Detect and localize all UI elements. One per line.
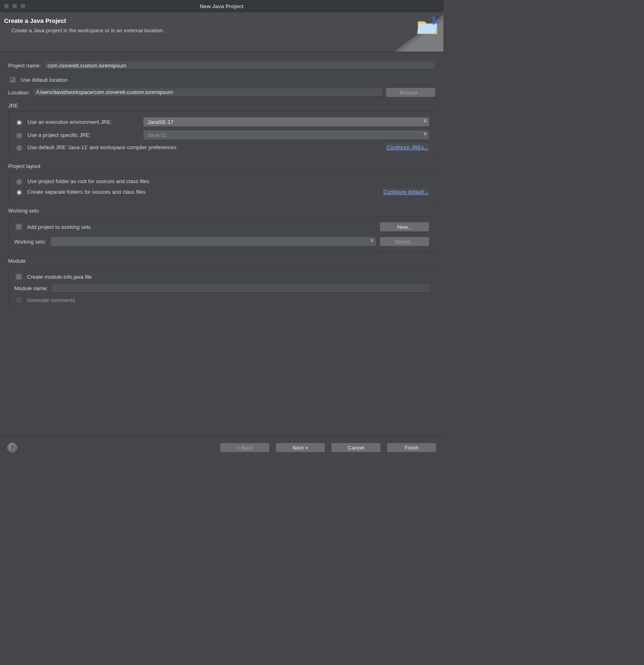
minimize-icon[interactable] — [12, 4, 17, 9]
location-label: Location: — [8, 90, 30, 96]
location-block: Use default location Location: Browse... — [8, 76, 435, 97]
jre-project-specific-row: Use a project specific JRE: Java-11 ⇅ — [14, 130, 429, 139]
module-group: Module Create module-info.java file Modu… — [8, 258, 435, 310]
next-button[interactable]: Next > — [276, 443, 325, 452]
jre-exec-env-radio[interactable] — [16, 120, 22, 125]
jre-exec-env-row: Use an execution environment JRE: JavaSE… — [14, 117, 429, 126]
titlebar: New Java Project — [0, 0, 443, 12]
jre-project-specific-select: Java-11 ⇅ — [143, 130, 429, 139]
wizard-window: New Java Project Create a Java Project C… — [0, 0, 443, 459]
jre-exec-env-label: Use an execution environment JRE: — [27, 119, 112, 125]
layout-title: Project layout — [8, 163, 435, 169]
jre-exec-env-select[interactable]: JavaSE-17 ⇅ — [143, 117, 429, 126]
module-title: Module — [8, 258, 435, 264]
help-icon[interactable]: ? — [7, 443, 17, 452]
layout-group: Project layout Use project folder as roo… — [8, 163, 435, 202]
module-generate-row: Generate comments — [14, 296, 429, 304]
chevron-updown-icon: ⇅ — [423, 119, 427, 123]
working-sets-group: Working sets Add project to working sets… — [8, 208, 435, 252]
module-create-row: Create module-info.java file — [14, 273, 429, 281]
jre-default-label: Use default JRE 'Java-11' and workspace … — [27, 144, 177, 150]
jre-exec-env-value: JavaSE-17 — [148, 119, 174, 125]
ws-label: Working sets: — [14, 239, 47, 245]
configure-default-link[interactable]: Configure default... — [382, 188, 429, 196]
layout-root-row: Use project folder as root for sources a… — [14, 178, 429, 185]
use-default-location-label: Use default location — [21, 77, 67, 83]
module-create-checkbox[interactable] — [16, 274, 22, 280]
jre-default-row: Use default JRE 'Java-11' and workspace … — [14, 143, 429, 151]
layout-root-label: Use project folder as root for sources a… — [27, 178, 149, 184]
configure-jres-link[interactable]: Configure JREs... — [386, 143, 429, 151]
ws-add-label: Add project to working sets — [27, 224, 91, 230]
back-button: < Back — [220, 443, 269, 452]
project-name-input[interactable] — [45, 61, 435, 70]
ws-add-row: Add project to working sets New... — [14, 222, 429, 231]
jre-group: JRE Use an execution environment JRE: Ja… — [8, 103, 435, 157]
jre-title: JRE — [8, 103, 435, 109]
jre-project-specific-value: Java-11 — [148, 132, 166, 138]
project-name-label: Project name: — [8, 63, 41, 69]
header-subtitle: Create a Java project in the workspace o… — [11, 27, 435, 34]
chevron-updown-icon: ⇅ — [370, 238, 373, 243]
use-default-location-checkbox[interactable] — [10, 77, 16, 83]
ws-new-button[interactable]: New... — [380, 222, 429, 231]
wizard-content: Project name: Use default location Locat… — [0, 51, 443, 436]
layout-split-radio[interactable] — [16, 190, 22, 195]
ws-select-button: Select... — [380, 237, 429, 246]
window-title: New Java Project — [200, 3, 244, 9]
close-icon[interactable] — [4, 4, 9, 9]
project-name-row: Project name: — [8, 61, 435, 70]
wizard-header: Create a Java Project Create a Java proj… — [0, 12, 443, 51]
module-name-input — [52, 284, 429, 293]
jre-default-radio[interactable] — [16, 145, 22, 151]
ws-select: ⇅ — [51, 237, 376, 246]
browse-button: Browse... — [386, 88, 435, 97]
header-title: Create a Java Project — [4, 17, 435, 24]
module-generate-label: Generate comments — [27, 297, 75, 303]
finish-button[interactable]: Finish — [387, 443, 436, 452]
layout-root-radio[interactable] — [16, 179, 22, 185]
folder-icon — [416, 15, 439, 38]
cancel-button[interactable]: Cancel — [331, 443, 380, 452]
window-controls — [4, 4, 25, 9]
wizard-footer: ? < Back Next > Cancel Finish — [0, 436, 443, 459]
layout-split-row: Create separate folders for sources and … — [14, 188, 429, 196]
ws-select-row: Working sets: ⇅ Select... — [14, 237, 429, 246]
location-row: Location: Browse... — [8, 88, 435, 97]
jre-project-specific-label: Use a project specific JRE: — [27, 132, 91, 138]
ws-add-checkbox[interactable] — [16, 224, 22, 230]
svg-rect-0 — [433, 16, 435, 23]
working-sets-title: Working sets — [8, 208, 435, 214]
zoom-icon[interactable] — [20, 4, 25, 9]
chevron-updown-icon: ⇅ — [423, 132, 427, 136]
module-create-label: Create module-info.java file — [27, 274, 92, 280]
module-name-row: Module name: — [14, 284, 429, 293]
use-default-location-row: Use default location — [8, 76, 435, 84]
jre-project-specific-radio[interactable] — [16, 133, 22, 139]
module-name-label: Module name: — [14, 285, 48, 291]
location-input — [34, 88, 382, 97]
layout-split-label: Create separate folders for sources and … — [27, 189, 145, 195]
module-generate-checkbox — [16, 297, 22, 303]
